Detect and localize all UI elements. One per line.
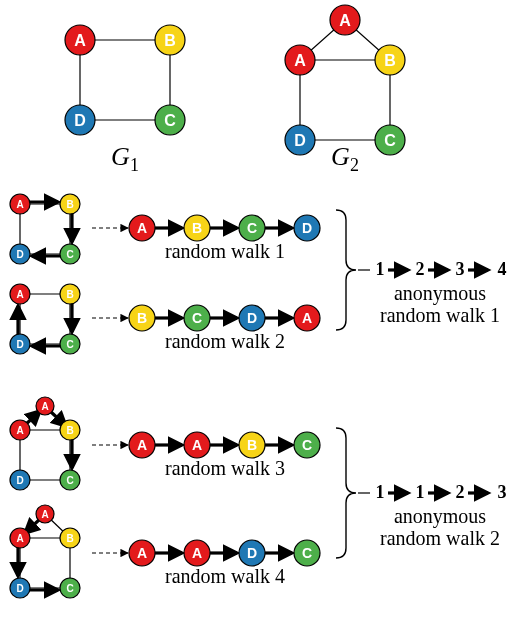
svg-text:C: C <box>247 220 257 236</box>
g2-D: D <box>294 132 306 149</box>
seq-arw2: 1 1 2 3 <box>376 482 507 502</box>
svg-text:3: 3 <box>456 259 465 279</box>
seq-rw4: A A D C <box>129 540 320 566</box>
svg-text:D: D <box>247 545 257 561</box>
svg-text:B: B <box>247 437 257 453</box>
svg-text:2: 2 <box>416 259 425 279</box>
brace-icon <box>336 428 356 558</box>
svg-text:D: D <box>16 475 23 486</box>
seq-arw1: 1 2 3 4 <box>376 259 507 279</box>
arw2-caption-l1: anonymous <box>394 505 486 528</box>
svg-text:A: A <box>302 310 312 326</box>
svg-text:D: D <box>16 249 23 260</box>
g1-B: B <box>164 32 176 49</box>
svg-text:1: 1 <box>376 259 385 279</box>
seq-rw1: A B C D <box>129 215 320 241</box>
svg-text:C: C <box>66 583 73 594</box>
svg-text:2: 2 <box>456 482 465 502</box>
svg-text:A: A <box>16 425 23 436</box>
svg-text:B: B <box>66 199 73 210</box>
mini-graph-rw3: A A B C D <box>10 397 80 490</box>
g1-C: C <box>164 112 176 129</box>
g2-sub: 2 <box>350 155 359 175</box>
svg-text:C: C <box>192 310 202 326</box>
g1-label: G <box>111 142 130 171</box>
svg-text:A: A <box>41 401 48 412</box>
svg-text:1: 1 <box>416 482 425 502</box>
g1-sub: 1 <box>130 155 139 175</box>
mini-graph-rw1: A B C D <box>10 194 80 264</box>
brace-icon <box>336 210 356 330</box>
svg-text:C: C <box>66 339 73 350</box>
svg-text:D: D <box>302 220 312 236</box>
graph-G1: A B C D <box>65 25 185 135</box>
rw3-caption: random walk 3 <box>165 457 285 479</box>
svg-text:D: D <box>247 310 257 326</box>
g2-A: A <box>294 52 306 69</box>
g2-C: C <box>384 132 396 149</box>
g2-B: B <box>384 52 396 69</box>
svg-text:A: A <box>137 437 147 453</box>
svg-text:A: A <box>41 509 48 520</box>
rw4-caption: random walk 4 <box>165 565 285 587</box>
svg-text:A: A <box>16 289 23 300</box>
svg-text:A: A <box>16 533 23 544</box>
svg-text:D: D <box>16 339 23 350</box>
svg-text:C: C <box>302 437 312 453</box>
g1-A: A <box>74 32 86 49</box>
svg-text:C: C <box>66 475 73 486</box>
svg-text:A: A <box>192 437 202 453</box>
g2-label: G <box>331 142 350 171</box>
figure: A B C D G1 A A B C D G2 A B C D <box>0 0 524 642</box>
rw1-caption: random walk 1 <box>165 240 285 262</box>
svg-text:3: 3 <box>498 482 507 502</box>
graph-G2: A A B C D <box>285 5 405 155</box>
svg-text:B: B <box>137 310 147 326</box>
mini-graph-rw2: A B C D <box>10 284 80 354</box>
svg-text:A: A <box>137 220 147 236</box>
svg-text:G2: G2 <box>331 142 359 175</box>
arw2-caption-l2: random walk 2 <box>380 527 500 549</box>
svg-text:B: B <box>192 220 202 236</box>
svg-text:1: 1 <box>376 482 385 502</box>
svg-text:G1: G1 <box>111 142 139 175</box>
arw1-caption-l1: anonymous <box>394 282 486 305</box>
svg-text:4: 4 <box>498 259 507 279</box>
arw1-caption-l2: random walk 1 <box>380 304 500 326</box>
svg-text:A: A <box>16 199 23 210</box>
mini-graph-rw4: A A B C D <box>10 505 80 598</box>
svg-text:B: B <box>66 533 73 544</box>
rw2-caption: random walk 2 <box>165 330 285 352</box>
svg-text:B: B <box>66 289 73 300</box>
svg-text:D: D <box>16 583 23 594</box>
svg-text:C: C <box>66 249 73 260</box>
g2-Atop: A <box>339 12 351 29</box>
seq-rw2: B C D A <box>129 305 320 331</box>
svg-text:A: A <box>192 545 202 561</box>
svg-text:C: C <box>302 545 312 561</box>
g1-D: D <box>74 112 86 129</box>
svg-text:A: A <box>137 545 147 561</box>
svg-text:B: B <box>66 425 73 436</box>
seq-rw3: A A B C <box>129 432 320 458</box>
